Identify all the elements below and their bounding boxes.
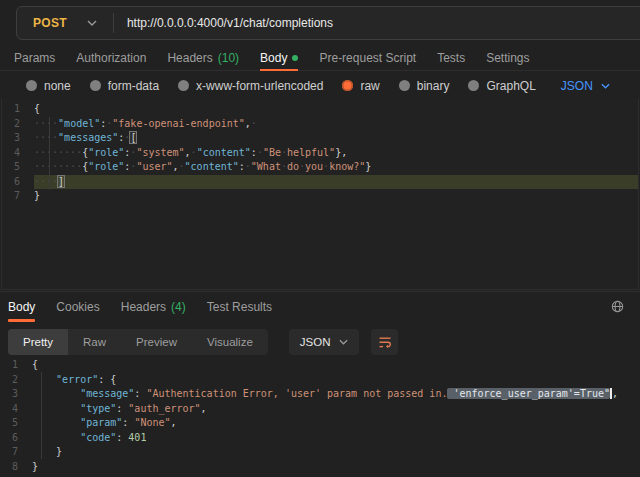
line-number: 8: [0, 460, 32, 475]
code-token: ,: [171, 417, 177, 428]
code-line: 2 "error": {: [0, 373, 640, 388]
request-tab-headers[interactable]: Headers(10): [167, 45, 239, 70]
request-tab-settings[interactable]: Settings: [486, 45, 529, 70]
code-line: 7}: [2, 189, 638, 204]
whitespace-dots: ········: [34, 161, 82, 172]
request-tab-params[interactable]: Params: [14, 45, 55, 70]
code-token: "messages": [58, 132, 118, 143]
code-token: "role": [88, 147, 124, 158]
body-type-none[interactable]: none: [26, 79, 71, 93]
tab-label: Body: [260, 51, 287, 65]
code-line: 4 "type": "auth_error",: [0, 402, 640, 417]
code-token: you: [305, 161, 323, 172]
whitespace-dots: ·: [251, 118, 257, 129]
url-input[interactable]: http://0.0.0.0:4000/v1/chat/completions: [114, 16, 333, 30]
indent-guide: [41, 372, 42, 459]
radio-icon: [90, 80, 101, 91]
tab-label: Headers: [121, 300, 166, 314]
code-token: [32, 417, 80, 428]
tab-label: Headers: [167, 51, 212, 65]
line-number: 7: [2, 189, 34, 204]
response-body-editor[interactable]: 1{2 "error": {3 "message": "Authenticati…: [0, 356, 640, 477]
whitespace-dots: ····: [34, 132, 58, 143]
code-content: "code": 401: [32, 431, 640, 446]
code-token: "error": [56, 374, 98, 385]
code-line: 1{: [0, 358, 640, 373]
code-token: helpful": [287, 147, 335, 158]
response-tab-cookies[interactable]: Cookies: [56, 292, 99, 322]
request-language-dropdown[interactable]: JSON: [561, 79, 610, 93]
code-token: [32, 446, 56, 457]
code-token: :: [116, 403, 128, 414]
code-content: ····]: [34, 175, 638, 190]
code-line: 3····"messages":·[: [2, 131, 638, 146]
globe-icon[interactable]: [611, 300, 624, 313]
view-preview-button[interactable]: Preview: [121, 329, 192, 355]
response-tab-body[interactable]: Body: [8, 292, 35, 322]
method-dropdown[interactable]: POST: [17, 16, 113, 30]
response-tab-headers[interactable]: Headers(4): [121, 292, 186, 322]
request-tab-pre-request-script[interactable]: Pre-request Script: [319, 45, 416, 70]
code-content: }: [32, 445, 640, 460]
tab-label: Body: [8, 300, 35, 314]
code-token: :: [122, 417, 134, 428]
code-token: }: [56, 446, 62, 457]
request-url-bar: POST http://0.0.0.0:4000/v1/chat/complet…: [16, 6, 640, 40]
chevron-down-icon: [601, 83, 610, 89]
tab-label: Test Results: [207, 300, 272, 314]
response-view-switcher: PrettyRawPreviewVisualize: [8, 329, 268, 355]
line-number: 7: [0, 445, 32, 460]
request-tab-authorization[interactable]: Authorization: [76, 45, 146, 70]
body-type-binary[interactable]: binary: [399, 79, 450, 93]
tab-label: Pre-request Script: [319, 51, 416, 65]
word-wrap-button[interactable]: [371, 329, 398, 355]
request-tab-tests[interactable]: Tests: [437, 45, 465, 70]
code-token: "role": [88, 161, 124, 172]
whitespace-dots: ····: [34, 176, 58, 187]
code-token: {: [32, 359, 38, 370]
view-raw-button[interactable]: Raw: [68, 329, 121, 355]
view-visualize-button[interactable]: Visualize: [192, 329, 268, 355]
request-tab-body[interactable]: Body: [260, 45, 298, 70]
code-line: 1{: [2, 102, 638, 117]
view-pretty-button[interactable]: Pretty: [8, 329, 68, 355]
code-token: ,: [201, 403, 207, 414]
line-number: 6: [2, 175, 34, 190]
code-token: "content": [197, 147, 251, 158]
radio-icon: [26, 80, 37, 91]
body-type-raw[interactable]: raw: [342, 79, 379, 93]
radio-icon: [468, 80, 479, 91]
code-line: 2····"model":·"fake-openai-endpoint",·: [2, 117, 638, 132]
code-content: {: [34, 102, 638, 117]
code-content: "param": "None",: [32, 416, 640, 431]
response-language-label: JSON: [300, 336, 331, 348]
code-content: "type": "auth_error",: [32, 402, 640, 417]
code-content: ········{"role":·"system",·"content":·"B…: [34, 146, 638, 161]
request-body-editor[interactable]: 1{2····"model":·"fake-openai-endpoint",·…: [1, 99, 639, 290]
code-content: {: [32, 358, 640, 373]
code-content: ····"messages":·[: [34, 131, 638, 146]
radio-label: none: [44, 79, 71, 93]
response-language-dropdown[interactable]: JSON: [289, 329, 360, 355]
code-content: ········{"role":·"user",·"content":·"Wha…: [34, 160, 638, 175]
tab-label: Tests: [437, 51, 465, 65]
body-type-graphql[interactable]: GraphQL: [468, 79, 535, 93]
code-line: 6····]: [2, 175, 638, 190]
code-token: ,: [612, 388, 618, 399]
code-token: :: [134, 388, 146, 399]
body-type-x-www-form-urlencoded[interactable]: x-www-form-urlencoded: [178, 79, 323, 93]
code-token: 401: [128, 432, 146, 443]
code-token: "message": [80, 388, 134, 399]
request-language-label: JSON: [561, 79, 593, 93]
code-line: 4········{"role":·"system",·"content":·"…: [2, 146, 638, 161]
body-type-form-data[interactable]: form-data: [90, 79, 159, 93]
tab-label: Cookies: [56, 300, 99, 314]
code-token: "system": [136, 147, 184, 158]
radio-label: x-www-form-urlencoded: [196, 79, 323, 93]
code-content: }: [34, 189, 638, 204]
response-tab-test-results[interactable]: Test Results: [207, 292, 272, 322]
tab-count-badge: (10): [218, 51, 239, 65]
line-number: 3: [2, 131, 34, 146]
code-token: [32, 432, 80, 443]
code-token: [32, 374, 56, 385]
